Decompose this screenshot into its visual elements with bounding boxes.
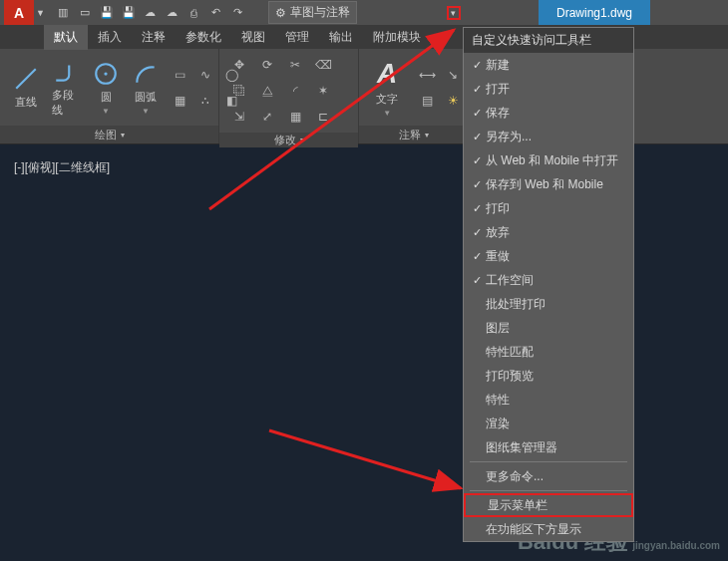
panel-annotate: A 文字 ▼ ⟷ ↘ ▤ ☀ 注释▾ [359, 49, 469, 143]
tool-circle[interactable]: 圆 ▼ [88, 58, 124, 118]
qat-saveweb-icon[interactable]: ☁ [163, 3, 182, 23]
panel-title[interactable]: 注释▾ [359, 126, 468, 143]
customize-item[interactable]: 图纸集管理器 [464, 435, 633, 459]
customize-menu-title: 自定义快速访问工具栏 [464, 28, 633, 53]
customize-item[interactable]: ✓保存到 Web 和 Mobile [464, 172, 633, 196]
check-icon: ✓ [468, 154, 486, 167]
quick-access-toolbar: ▥ ▭ 💾 💾 ☁ ☁ ⎙ ↶ ↷ [53, 3, 248, 23]
app-menu-arrow[interactable]: ▼ [36, 8, 45, 18]
tool-spline-icon[interactable]: ∿ [193, 63, 217, 87]
customize-item[interactable]: 打印预览 [464, 364, 633, 388]
tool-trim-icon[interactable]: ✂ [283, 53, 307, 77]
line-icon [12, 65, 40, 93]
annotate-small: ⟷ ↘ ▤ ☀ [415, 63, 465, 113]
tool-label: 文字 [376, 92, 398, 107]
tool-point-icon[interactable]: ∴ [193, 89, 217, 113]
customize-item[interactable]: ✓打印 [464, 196, 633, 220]
workspace-dropdown[interactable]: ⚙ 草图与注释 [268, 1, 357, 24]
viewport-label[interactable]: [-][俯视][二维线框] [14, 159, 110, 176]
customize-item-label: 放弃 [486, 224, 510, 241]
tool-mark-icon[interactable]: ☀ [441, 89, 465, 113]
customize-item[interactable]: 特性 [464, 388, 633, 412]
tab-manage[interactable]: 管理 [275, 25, 319, 50]
check-icon: ✓ [468, 226, 486, 239]
qat-save-icon[interactable]: 💾 [97, 3, 117, 23]
chevron-down-icon: ▼ [102, 107, 110, 116]
customize-item[interactable]: ✓保存 [464, 101, 633, 125]
customize-item[interactable]: ✓新建 [464, 53, 633, 77]
customize-item[interactable]: ✓放弃 [464, 220, 633, 244]
customize-item-label: 批处理打印 [486, 296, 546, 313]
tool-line[interactable]: 直线 [8, 63, 44, 112]
customize-item[interactable]: 显示菜单栏 [464, 493, 633, 517]
arc-icon [132, 60, 160, 88]
document-tab-label: Drawing1.dwg [556, 6, 632, 20]
qat-customize-arrow[interactable]: ▾ [447, 6, 461, 20]
watermark-url: jingyan.baidu.com [632, 540, 720, 551]
customize-item[interactable]: 特性匹配 [464, 340, 633, 364]
modify-tools: ✥ ⟳ ✂ ⌫ ⿻ ⧋ ◜ ✶ ⇲ ⤢ ▦ ⊏ [227, 53, 337, 129]
tool-hatch-icon[interactable]: ▦ [168, 89, 191, 113]
qat-print-icon[interactable]: ⎙ [184, 3, 204, 23]
tab-output[interactable]: 输出 [319, 25, 363, 50]
customize-item[interactable]: 批处理打印 [464, 292, 633, 316]
qat-new-icon[interactable]: ▥ [53, 3, 73, 23]
panel-title[interactable]: 修改▾ [219, 133, 358, 147]
chevron-down-icon: ▼ [142, 107, 150, 116]
tool-scale-icon[interactable]: ⤢ [255, 105, 279, 129]
polyline-icon [52, 58, 80, 86]
tool-erase-icon[interactable]: ⌫ [311, 53, 335, 77]
tab-insert[interactable]: 插入 [88, 25, 132, 50]
customize-item-label: 显示菜单栏 [488, 497, 547, 514]
svg-line-5 [269, 430, 461, 488]
tab-annotate[interactable]: 注释 [132, 25, 176, 50]
panel-modify: ✥ ⟳ ✂ ⌫ ⿻ ⧋ ◜ ✶ ⇲ ⤢ ▦ ⊏ 修改▾ [219, 49, 359, 143]
tool-mirror-icon[interactable]: ⧋ [255, 79, 279, 103]
tool-leader-icon[interactable]: ↘ [441, 63, 465, 87]
customize-item[interactable]: ✓另存为... [464, 125, 633, 148]
customize-item[interactable]: ✓打开 [464, 77, 633, 101]
qat-openweb-icon[interactable]: ☁ [141, 3, 161, 23]
tool-stretch-icon[interactable]: ⇲ [227, 105, 251, 129]
customize-item[interactable]: 更多命令... [464, 464, 633, 488]
circle-icon [92, 60, 120, 88]
customize-item[interactable]: 在功能区下方显示 [464, 517, 633, 541]
panel-draw: 直线 多段线 圆 ▼ 圆弧 ▼ ▭ ∿ ◯ ▦ ∴ ◧ [0, 49, 219, 143]
app-logo[interactable]: A [4, 0, 34, 25]
tool-text[interactable]: A 文字 ▼ [367, 56, 407, 120]
tool-table-icon[interactable]: ▤ [415, 89, 439, 113]
tool-array-icon[interactable]: ▦ [283, 105, 307, 129]
tool-copy-icon[interactable]: ⿻ [227, 79, 251, 103]
qat-redo-icon[interactable]: ↷ [228, 3, 248, 23]
customize-item-label: 特性 [486, 392, 510, 409]
tool-move-icon[interactable]: ✥ [227, 53, 251, 77]
customize-item[interactable]: ✓重做 [464, 244, 633, 268]
qat-saveas-icon[interactable]: 💾 [119, 3, 139, 23]
customize-item-label: 更多命令... [486, 468, 544, 485]
qat-open-icon[interactable]: ▭ [75, 3, 95, 23]
customize-item[interactable]: 渲染 [464, 412, 633, 435]
tab-addins[interactable]: 附加模块 [363, 25, 431, 50]
tab-view[interactable]: 视图 [231, 25, 275, 50]
customize-item[interactable]: ✓工作空间 [464, 268, 633, 292]
check-icon: ✓ [468, 178, 486, 191]
tab-parametric[interactable]: 参数化 [176, 25, 231, 50]
tool-rect-icon[interactable]: ▭ [168, 63, 191, 87]
document-tab[interactable]: Drawing1.dwg [539, 0, 650, 25]
customize-item[interactable]: ✓从 Web 和 Mobile 中打开 [464, 148, 633, 172]
text-icon: A [371, 58, 403, 90]
tool-rotate-icon[interactable]: ⟳ [255, 53, 279, 77]
tool-arc[interactable]: 圆弧 ▼ [128, 58, 164, 118]
tool-fillet-icon[interactable]: ◜ [283, 79, 307, 103]
tool-dim-icon[interactable]: ⟷ [415, 63, 439, 87]
chevron-down-icon: ▼ [383, 109, 391, 118]
tool-label: 多段线 [52, 88, 80, 118]
tool-polyline[interactable]: 多段线 [48, 56, 84, 120]
svg-point-2 [104, 72, 107, 75]
tool-explode-icon[interactable]: ✶ [311, 79, 335, 103]
qat-undo-icon[interactable]: ↶ [206, 3, 226, 23]
tool-offset-icon[interactable]: ⊏ [311, 105, 335, 129]
tab-default[interactable]: 默认 [44, 25, 88, 50]
customize-item[interactable]: 图层 [464, 316, 633, 340]
panel-title[interactable]: 绘图▾ [0, 126, 218, 143]
